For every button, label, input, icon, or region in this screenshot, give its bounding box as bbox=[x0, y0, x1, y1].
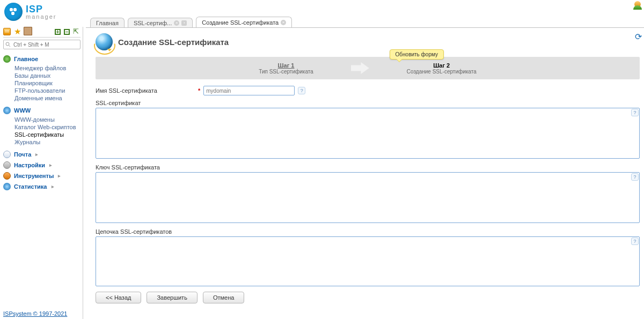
step-bar: Обновить форму Шаг 1 Тип SSL-сертификата… bbox=[96, 57, 640, 79]
nav-group-www[interactable]: WWW bbox=[3, 105, 80, 116]
nav-group-title: Главное bbox=[14, 56, 38, 62]
nav-item-databases[interactable]: Базы данных bbox=[14, 72, 80, 79]
nav-item-logs[interactable]: Журналы bbox=[14, 138, 80, 146]
step-desc: Создание SSL-сертификата bbox=[407, 69, 477, 75]
nav-group-title: Настройки bbox=[14, 162, 45, 168]
textarea-ssl-chain[interactable] bbox=[96, 236, 640, 286]
collapse-all-icon[interactable] bbox=[64, 29, 70, 35]
app-logo: ISP manager bbox=[4, 3, 56, 21]
pin-icon[interactable]: ⇱ bbox=[73, 28, 80, 35]
tab-bar: Главная SSL-сертиф... × › Создание SSL-с… bbox=[86, 16, 644, 28]
page-title-bar: Создание SSL-сертификата bbox=[96, 33, 640, 50]
copyright[interactable]: ISPsystem © 1997-2021 bbox=[3, 310, 67, 317]
nav-group-mail[interactable]: Почта ▸ bbox=[3, 149, 80, 160]
help-icon[interactable]: ? bbox=[631, 238, 639, 245]
step-2: Шаг 2 Создание SSL-сертификата bbox=[407, 62, 477, 75]
logo-icon bbox=[4, 3, 23, 21]
nav-item-files[interactable]: Менеджер файлов bbox=[14, 64, 80, 72]
help-icon[interactable]: ? bbox=[631, 109, 639, 116]
home-icon bbox=[3, 55, 11, 63]
finish-button[interactable]: Завершить bbox=[147, 292, 197, 303]
nav-group-settings[interactable]: Настройки ▸ bbox=[3, 160, 80, 170]
step-1[interactable]: Шаг 1 Тип SSL-сертификата bbox=[259, 62, 313, 75]
globe-icon bbox=[3, 107, 11, 114]
sidebar-toolbar: ★ ⇱ bbox=[3, 28, 80, 38]
star-icon[interactable]: ★ bbox=[14, 28, 21, 35]
step-number: Шаг 2 bbox=[407, 62, 477, 69]
step-desc: Тип SSL-сертификата bbox=[259, 69, 313, 75]
back-button[interactable]: << Назад bbox=[96, 292, 141, 303]
tab-ssl-create[interactable]: Создание SSL-сертификата × bbox=[196, 17, 292, 27]
globe-icon bbox=[96, 33, 113, 50]
tab-label: SSL-сертиф... bbox=[134, 20, 172, 26]
button-bar: << Назад Завершить Отмена bbox=[96, 292, 640, 303]
chevron-right-icon[interactable]: › bbox=[181, 20, 187, 26]
nav-group-title: Инструменты bbox=[14, 173, 54, 179]
nav-item-ssl[interactable]: SSL-сертификаты bbox=[14, 131, 80, 138]
arrow-icon bbox=[351, 59, 369, 77]
refresh-icon[interactable]: ⟳ bbox=[635, 33, 643, 41]
tools-icon bbox=[3, 172, 11, 180]
label-ssl-key: Ключ SSL-сертификата bbox=[96, 164, 640, 170]
textarea-ssl-cert[interactable] bbox=[96, 108, 640, 159]
nav-item-web-scripts[interactable]: Каталог Web-скриптов bbox=[14, 123, 80, 131]
expand-all-icon[interactable] bbox=[55, 29, 61, 35]
row-ssl-name: Имя SSL-сертификата * ? bbox=[96, 86, 640, 95]
page-title: Создание SSL-сертификата bbox=[118, 38, 229, 47]
user-icon bbox=[634, 1, 641, 8]
mail-icon bbox=[3, 151, 11, 158]
label-ssl-chain: Цепочка SSL-сертификатов bbox=[96, 228, 640, 235]
chevron-right-icon: ▸ bbox=[49, 162, 52, 168]
input-ssl-name[interactable] bbox=[203, 86, 295, 95]
tab-label: Главная bbox=[96, 20, 119, 26]
stats-icon bbox=[3, 183, 11, 190]
nav-item-www-domains[interactable]: WWW-домены bbox=[14, 116, 80, 123]
tooltip: Обновить форму bbox=[390, 49, 444, 60]
user-area[interactable] bbox=[634, 1, 644, 8]
nav-item-domains[interactable]: Доменные имена bbox=[14, 94, 80, 102]
chevron-right-icon: ▸ bbox=[52, 184, 54, 189]
label-ssl-cert: SSL-сертификат bbox=[96, 100, 640, 106]
nav-group-title: WWW bbox=[14, 107, 31, 114]
nav-item-scheduler[interactable]: Планировщик bbox=[14, 79, 80, 87]
search-input[interactable] bbox=[3, 40, 80, 49]
nav-group-title: Статистика bbox=[14, 183, 47, 190]
chevron-right-icon: ▸ bbox=[35, 152, 38, 157]
nav-group-main[interactable]: Главное bbox=[3, 54, 80, 64]
help-icon[interactable]: ? bbox=[298, 87, 305, 94]
logo-text: ISP manager bbox=[26, 4, 56, 20]
label-ssl-name: Имя SSL-сертификата bbox=[96, 87, 195, 94]
tab-ssl-list[interactable]: SSL-сертиф... × › bbox=[128, 18, 193, 27]
nav-group-tools[interactable]: Инструменты ▸ bbox=[3, 170, 80, 181]
content: Создание SSL-сертификата Обновить форму … bbox=[86, 28, 644, 308]
main-area: Главная SSL-сертиф... × › Создание SSL-с… bbox=[86, 16, 644, 319]
close-icon[interactable]: × bbox=[174, 20, 179, 26]
nav-item-ftp[interactable]: FTP-пользователи bbox=[14, 87, 80, 94]
settings-icon bbox=[3, 161, 11, 169]
textarea-ssl-key[interactable] bbox=[96, 172, 640, 223]
help-icon[interactable]: ? bbox=[631, 173, 639, 181]
required-mark: * bbox=[195, 87, 203, 94]
cancel-button[interactable]: Отмена bbox=[203, 292, 244, 303]
list-icon[interactable] bbox=[3, 28, 11, 35]
tab-home[interactable]: Главная bbox=[90, 18, 125, 27]
chevron-right-icon: ▸ bbox=[58, 173, 61, 179]
tab-label: Создание SSL-сертификата bbox=[202, 19, 279, 26]
copy-icon[interactable] bbox=[25, 28, 32, 35]
nav-group-stats[interactable]: Статистика ▸ bbox=[3, 181, 80, 192]
sidebar: ★ ⇱ Главное Менеджер файлов Базы данных … bbox=[0, 27, 83, 319]
step-number: Шаг 1 bbox=[259, 62, 313, 69]
close-icon[interactable]: × bbox=[281, 20, 286, 25]
menu-search bbox=[3, 40, 80, 49]
nav-group-title: Почта bbox=[14, 151, 31, 158]
